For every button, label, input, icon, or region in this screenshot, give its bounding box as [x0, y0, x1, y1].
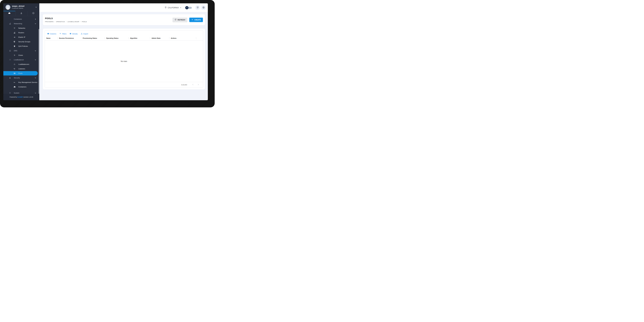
- download-icon: [81, 33, 83, 35]
- next-page-button[interactable]: [197, 83, 200, 87]
- grid-empty-state: No rows: [45, 41, 203, 82]
- chevron-right-icon: [35, 18, 36, 20]
- grid-footer: 0–0 of 0: [45, 82, 203, 87]
- sidebar-item-containers[interactable]: Containers: [3, 17, 39, 21]
- sidebar-item-system[interactable]: System: [3, 91, 39, 94]
- sidebar-item-containers-security[interactable]: Containers: [3, 85, 39, 89]
- location-pin-icon: [164, 6, 167, 9]
- refresh-button[interactable]: REFRESH: [172, 18, 187, 22]
- column-header-admin-state[interactable]: Admin State: [150, 36, 169, 41]
- active-tab-indicator: [3, 11, 15, 11]
- user-meta: waqas_ahmed Customer Admin: [12, 5, 24, 9]
- region-label: CALIFORNIA: [168, 7, 179, 9]
- breadcrumb: PROVIDERS › OPENSTACK › LOADBALANCER › P…: [45, 21, 87, 23]
- tab-identity[interactable]: [15, 11, 28, 16]
- column-header-provisioning-status[interactable]: Provisioning Status: [81, 36, 105, 41]
- sidebar-item-routers[interactable]: Routers: [3, 31, 39, 35]
- sidebar-nav: Containers Networking Networks: [3, 16, 39, 94]
- arrow-right-icon: [14, 36, 16, 38]
- chevron-down-icon: [35, 59, 36, 61]
- language-button[interactable]: [201, 5, 206, 10]
- sidebar-item-pools[interactable]: Pools: [3, 71, 38, 76]
- breadcrumb-item-openstack[interactable]: OPENSTACK: [56, 21, 65, 23]
- shield-half-icon: [14, 41, 16, 43]
- title-block: POOLS PROVIDERS › OPENSTACK › LOADBALANC…: [45, 17, 87, 23]
- waves-icon: [14, 72, 16, 74]
- filter-icon: [59, 33, 61, 35]
- data-grid: Columns Filters Density: [45, 31, 203, 88]
- density-button[interactable]: Density: [69, 32, 78, 35]
- brand-link[interactable]: CLOUD7: [17, 96, 23, 98]
- lock-icon: [9, 77, 11, 79]
- sidebar-item-listeners[interactable]: Listeners: [3, 67, 39, 71]
- chevron-separator: ›: [66, 21, 66, 23]
- signal-icon: [14, 54, 16, 56]
- ear-icon: [14, 68, 16, 70]
- sidebar-item-qos-policies[interactable]: QoS Policies: [3, 44, 39, 48]
- sidebar-item-security[interactable]: Security: [3, 76, 39, 80]
- user-role: Customer Admin: [12, 7, 24, 9]
- user-menu[interactable]: waqas_ahmed Customer Admin: [3, 3, 39, 11]
- column-header-actions[interactable]: Actions: [169, 36, 196, 41]
- sidebar-item-loadbalancer[interactable]: Loadbalancer: [3, 58, 39, 62]
- sidebar-item-loadbalancers[interactable]: Loadbalancers: [3, 62, 39, 67]
- sidebar-item-networking[interactable]: Networking: [3, 22, 39, 26]
- table-card: Columns Filters Density: [43, 29, 205, 90]
- chevron-down-icon: [180, 7, 182, 9]
- refresh-icon: [174, 19, 176, 21]
- cloud-icon: [8, 12, 10, 15]
- column-header-name[interactable]: Name: [45, 36, 58, 41]
- key-icon: [14, 82, 16, 83]
- wifi-icon: [14, 27, 16, 29]
- sidebar-item-networks[interactable]: Networks: [3, 26, 39, 30]
- chevron-down-icon: [35, 77, 36, 79]
- page-header-card: POOLS PROVIDERS › OPENSTACK › LOADBALANC…: [43, 14, 205, 25]
- filters-button[interactable]: Filters: [59, 32, 67, 35]
- density-icon: [70, 33, 72, 35]
- column-header-operating-status[interactable]: Operating Status: [105, 36, 128, 41]
- theme-toggle[interactable]: [185, 6, 192, 10]
- grid-header-row: Name Session Persistence Provisioning St…: [45, 36, 203, 41]
- columns-icon: [47, 33, 49, 35]
- column-header-algorithm[interactable]: Algorithm: [128, 36, 150, 41]
- region-selector[interactable]: CALIFORNIA: [164, 6, 182, 9]
- sidebar-item-security-groups[interactable]: Security Groups: [3, 40, 39, 44]
- chevron-down-icon: [35, 92, 36, 94]
- grid-toolbar: Columns Filters Density: [45, 31, 203, 36]
- plus-icon: [191, 19, 193, 21]
- previous-page-button[interactable]: [191, 83, 194, 87]
- sidebar-item-key-management-service[interactable]: Key Management Service: [3, 80, 39, 85]
- sidebar-item-dns[interactable]: DNS: [3, 49, 39, 53]
- column-header-session-persistence[interactable]: Session Persistence: [58, 36, 81, 41]
- sidebar-scrollbar[interactable]: [38, 29, 39, 94]
- router-icon: [14, 32, 16, 34]
- tab-billing[interactable]: $: [27, 11, 39, 16]
- billing-dollar-icon: $: [32, 12, 34, 15]
- breadcrumb-item-pools: POOLS: [82, 21, 87, 23]
- sidebar: waqas_ahmed Customer Admin $: [3, 3, 39, 100]
- sidebar-item-zones[interactable]: Zones: [3, 53, 39, 57]
- docs-button[interactable]: [195, 5, 200, 10]
- topbar: CALIFORNIA: [39, 3, 208, 12]
- export-button[interactable]: Export: [80, 32, 89, 35]
- chevron-separator: ›: [54, 21, 55, 23]
- breadcrumb-item-providers[interactable]: PROVIDERS: [45, 21, 54, 23]
- tab-cloud[interactable]: [3, 11, 15, 16]
- sidebar-footer: Powered by CLOUD7 (version 1.24.0): [3, 94, 39, 100]
- chevron-left-icon: [192, 84, 194, 86]
- header-actions: REFRESH CREATE: [172, 18, 203, 22]
- globe-icon: [202, 6, 205, 9]
- laptop-icon: [9, 50, 11, 52]
- chevron-right-icon: [197, 84, 199, 86]
- book-icon: [196, 6, 199, 9]
- svg-text:$: $: [33, 13, 34, 14]
- sidebar-item-elastic-ip[interactable]: Elastic IP: [3, 35, 39, 39]
- move-icon: [14, 63, 16, 65]
- create-button[interactable]: CREATE: [189, 18, 203, 22]
- user-name: waqas_ahmed: [12, 5, 24, 8]
- chevron-down-icon: [35, 50, 36, 52]
- app-window: waqas_ahmed Customer Admin $: [3, 3, 208, 100]
- columns-button[interactable]: Columns: [46, 32, 57, 35]
- breadcrumb-item-loadbalancer[interactable]: LOADBALANCER: [68, 21, 79, 23]
- router-icon: [9, 23, 11, 25]
